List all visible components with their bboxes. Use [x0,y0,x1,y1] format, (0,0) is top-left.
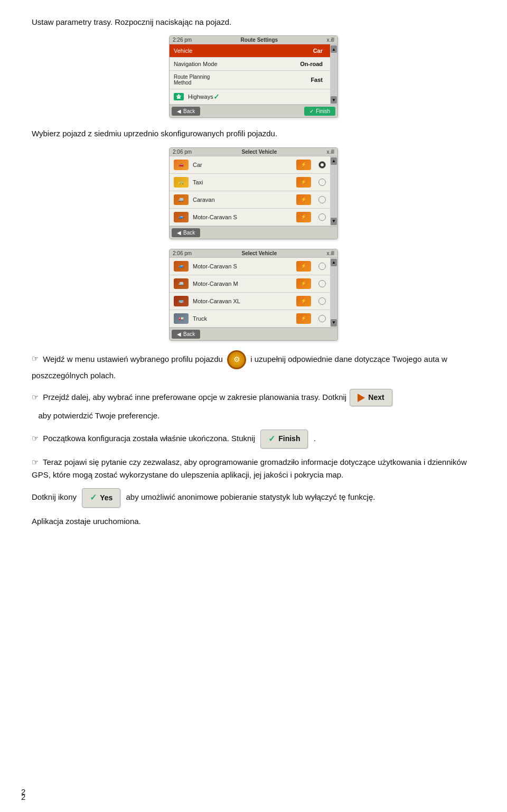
car-icon: 🚗 [174,160,189,170]
back-arrow-icon: ◀ [177,108,181,114]
finish-btn-label: Finish [278,433,300,445]
vehicle-mcs-row[interactable]: 🚙 Motor-Caravan S ⚡ [170,209,330,226]
finish-instructions: ☞ Początkowa konfiguracja została właśni… [32,430,475,449]
back-button[interactable]: ◀ Back [172,107,200,116]
route-settings-scrollbar: ▲ ▼ [330,44,337,105]
sv2-scrollbar: ▲ ▼ [330,258,337,328]
finger-icon-finish: ☞ [32,432,39,444]
yes-text-after: aby umożliwić anonimowe pobieranie staty… [126,492,375,501]
car-radio[interactable] [318,161,326,169]
sv1-scroll-up[interactable]: ▲ [331,157,337,165]
sv1-down-icon: ▼ [332,219,336,223]
vehicle-car-row[interactable]: 🚗 Car ⚡ [170,156,330,174]
vehicle-truck-row[interactable]: 🚛 Truck ⚡ [170,310,330,328]
vehicle-mcm-row[interactable]: 🚐 Motor-Caravan M ⚡ [170,275,330,293]
sv1-content: 🚗 Car ⚡ 🚕 Taxi ⚡ 🚐 Caravan ⚡ [170,156,337,226]
sv2-down-icon: ▼ [332,320,336,325]
yes-check-icon: ✓ [90,491,97,505]
sv2-title: Select Vehicle [241,250,277,256]
next-play-icon [358,394,365,402]
sv1-footer: ◀ Back [170,226,337,239]
vehicle-row[interactable]: Vehicle Car [170,44,330,58]
profile-instructions: ☞ Wejdź w menu ustawień wybranego profil… [32,350,475,381]
route-settings-footer: ◀ Back ✓ Finish [170,105,337,117]
finish-text-before: Początkowa konfiguracja została właśnie … [43,434,255,443]
yes-button-inline: ✓ Yes [82,488,120,508]
nav-mode-row[interactable]: Navigation Mode On-road [170,58,330,71]
sv2-footer: ◀ Back [170,328,337,340]
finish-check-inline-icon: ✓ [268,433,275,446]
sv2-time: 2:06 pm [173,250,192,256]
page-number-fixed: 2 [21,792,25,801]
sv2-back-label: Back [183,331,195,337]
taxi-icon: 🚕 [174,177,189,188]
mcs-radio[interactable] [318,213,326,221]
finish-button-inline: ✓ Finish [260,430,308,449]
route-settings-signal: x.ill [327,37,334,43]
route-settings-screen: 2:26 pm Route Settings x.ill Vehicle Car… [169,35,338,118]
route-settings-title: Route Settings [241,37,278,43]
vehicle-mcs2-row[interactable]: 🚙 Motor-Caravan S ⚡ [170,258,330,275]
caravan-radio[interactable] [318,196,326,203]
caravan-icon: 🚐 [174,194,189,205]
next-btn[interactable]: Next [350,389,392,407]
profile-text-before: Wejdź w menu ustawień wybranego profilu … [43,354,223,363]
truck-radio[interactable] [318,315,326,322]
truck-icon: 🚛 [174,313,189,324]
yes-btn-label: Yes [100,492,112,504]
scroll-down-icon: ▼ [332,98,336,102]
finger-icon-gps: ☞ [32,456,39,468]
finish-check-icon: ✓ [309,108,314,114]
highways-row[interactable]: 🛣 Highways ✓ [170,89,330,105]
sv1-scroll-down[interactable]: ▼ [331,218,337,225]
mcxl-radio[interactable] [318,297,326,305]
finish-btn-inline[interactable]: ✓ Finish [260,430,308,449]
next-button-inline: Next [350,389,392,407]
sv1-scrollbar: ▲ ▼ [330,156,337,226]
select-vehicle-screen2: 2:06 pm Select Vehicle x.ill 🚙 Motor-Car… [169,249,338,341]
vehicle-taxi-row[interactable]: 🚕 Taxi ⚡ [170,174,330,191]
taxi-radio[interactable] [318,179,326,186]
scroll-up-icon: ▲ [332,47,336,52]
sv2-scroll-down[interactable]: ▼ [331,319,337,326]
yes-text-before: Dotknij ikony [32,492,77,501]
select-vehicle-text: Wybierz pojazd z siedmiu uprzednio skonf… [32,127,475,139]
route-settings-content: Vehicle Car Navigation Mode On-road Rout… [170,44,337,105]
caravan-damage-icon: ⚡ [296,194,311,205]
taxi-damage-icon: ⚡ [296,177,311,188]
highway-sign: 🛣 [174,93,184,100]
scroll-up-btn[interactable]: ▲ [331,45,337,53]
yes-btn[interactable]: ✓ Yes [82,488,120,508]
finger-icon-profile: ☞ [32,352,39,365]
select-vehicle1-titlebar: 2:06 pm Select Vehicle x.ill [170,148,337,156]
vehicle-mcxl-row[interactable]: 🚌 Motor-Caravan XL ⚡ [170,293,330,310]
select-vehicle-screen1: 2:06 pm Select Vehicle x.ill 🚗 Car ⚡ 🚕 T… [169,147,338,239]
car-damage-icon: ⚡ [296,160,311,170]
mcs2-icon: 🚙 [174,261,189,272]
gps-info-text: Teraz pojawi się pytanie czy zezwalasz, … [32,458,467,479]
sv1-up-icon: ▲ [332,158,336,163]
mcs2-radio[interactable] [318,263,326,270]
truck-dmg-icon: ⚡ [296,313,311,324]
vehicle-caravan-row[interactable]: 🚐 Caravan ⚡ [170,191,330,209]
route-planning-row[interactable]: Route PlanningMethod Fast [170,71,330,89]
sv2-scroll-up[interactable]: ▲ [331,259,337,266]
sv1-time: 2:06 pm [173,149,192,155]
sv2-signal: x.ill [327,250,334,256]
mcxl-dmg-icon: ⚡ [296,296,311,306]
scroll-down-btn[interactable]: ▼ [331,96,337,104]
mcs-damage-icon: ⚡ [296,212,311,222]
next-step1-text: Przejdź dalej, aby wybrać inne preferowa… [43,393,346,402]
gps-info: ☞ Teraz pojawi się pytanie czy zezwalasz… [32,456,475,481]
sv1-back-button[interactable]: ◀ Back [172,228,200,237]
finish-button[interactable]: ✓ Finish [304,107,335,116]
finish-text-after: . [314,434,316,443]
sv2-back-button[interactable]: ◀ Back [172,330,200,339]
sv1-back-arrow-icon: ◀ [177,230,181,236]
intro-text: Ustaw parametry trasy. Rozpocznij nacisk… [32,16,475,28]
mcm-radio[interactable] [318,280,326,287]
mcs2-dmg-icon: ⚡ [296,261,311,272]
route-settings-list: Vehicle Car Navigation Mode On-road Rout… [170,44,330,105]
finish-checkmark-icon: ✓ [268,433,275,446]
sv1-signal: x.ill [327,149,334,155]
